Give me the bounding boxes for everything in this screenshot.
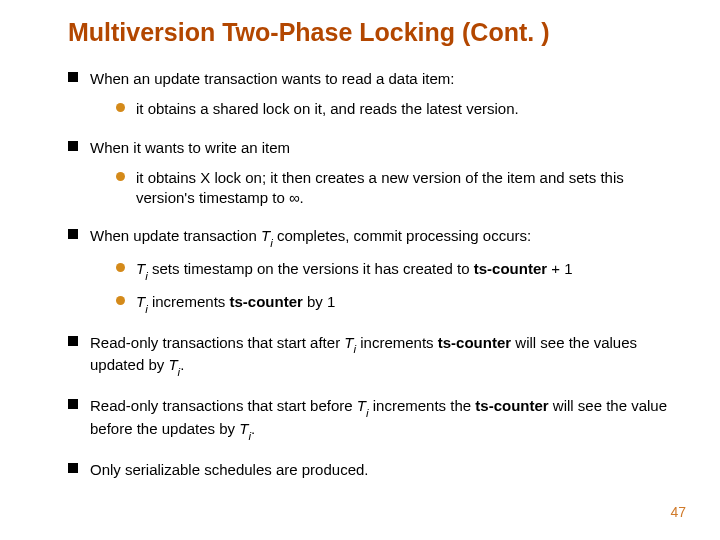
sub-text: it obtains a shared lock on it, and read… (136, 100, 519, 117)
sub-item: Ti sets timestamp on the versions it has… (116, 259, 680, 282)
sub-text: it obtains X lock on; it then creates a … (136, 169, 624, 206)
bullet-text-part: increments the (369, 397, 476, 414)
bullet-text: When an update transaction wants to read… (90, 70, 454, 87)
sub-text-part: by 1 (303, 293, 336, 310)
bullet-item: Read-only transactions that start after … (68, 333, 680, 379)
bullet-text-part: When update transaction (90, 227, 261, 244)
var-subscript: i (248, 429, 251, 442)
sub-item: it obtains X lock on; it then creates a … (116, 168, 680, 209)
term-ts-counter: ts-counter (475, 397, 548, 414)
var-subscript: i (145, 302, 148, 315)
bullet-list: When an update transaction wants to read… (68, 69, 680, 480)
var-T: T (357, 397, 366, 414)
var-subscript: i (270, 236, 273, 249)
sub-text-part: increments (148, 293, 230, 310)
var-subscript: i (366, 406, 369, 419)
sub-list: it obtains X lock on; it then creates a … (90, 168, 680, 209)
term-ts-counter: ts-counter (438, 334, 511, 351)
term-ts-counter: ts-counter (474, 260, 547, 277)
page-number: 47 (670, 504, 686, 520)
bullet-text: When it wants to write an item (90, 139, 290, 156)
var-T: T (168, 356, 177, 373)
var-subscript: i (145, 269, 148, 282)
bullet-text: Only serializable schedules are produced… (90, 461, 369, 478)
sub-item: Ti increments ts-counter by 1 (116, 292, 680, 315)
bullet-text-part: increments (356, 334, 438, 351)
bullet-text-part: . (180, 356, 184, 373)
var-subscript: i (353, 342, 356, 355)
bullet-item: When update transaction Ti completes, co… (68, 226, 680, 314)
var-T: T (261, 227, 270, 244)
bullet-item: Only serializable schedules are produced… (68, 460, 680, 480)
bullet-item: Read-only transactions that start before… (68, 396, 680, 442)
bullet-text-part: . (251, 420, 255, 437)
bullet-item: When an update transaction wants to read… (68, 69, 680, 120)
slide: Multiversion Two-Phase Locking (Cont. ) … (0, 0, 720, 540)
sub-text-part: + 1 (547, 260, 572, 277)
slide-title: Multiversion Two-Phase Locking (Cont. ) (68, 18, 680, 47)
term-ts-counter: ts-counter (229, 293, 302, 310)
var-T: T (136, 260, 145, 277)
sub-item: it obtains a shared lock on it, and read… (116, 99, 680, 119)
sub-list: Ti sets timestamp on the versions it has… (90, 259, 680, 315)
bullet-text-part: completes, commit processing occurs: (273, 227, 531, 244)
var-T: T (136, 293, 145, 310)
bullet-text-part: Read-only transactions that start after (90, 334, 344, 351)
sub-list: it obtains a shared lock on it, and read… (90, 99, 680, 119)
bullet-item: When it wants to write an item it obtain… (68, 138, 680, 209)
bullet-text-part: Read-only transactions that start before (90, 397, 357, 414)
sub-text-part: sets timestamp on the versions it has cr… (148, 260, 474, 277)
var-subscript: i (178, 365, 181, 378)
